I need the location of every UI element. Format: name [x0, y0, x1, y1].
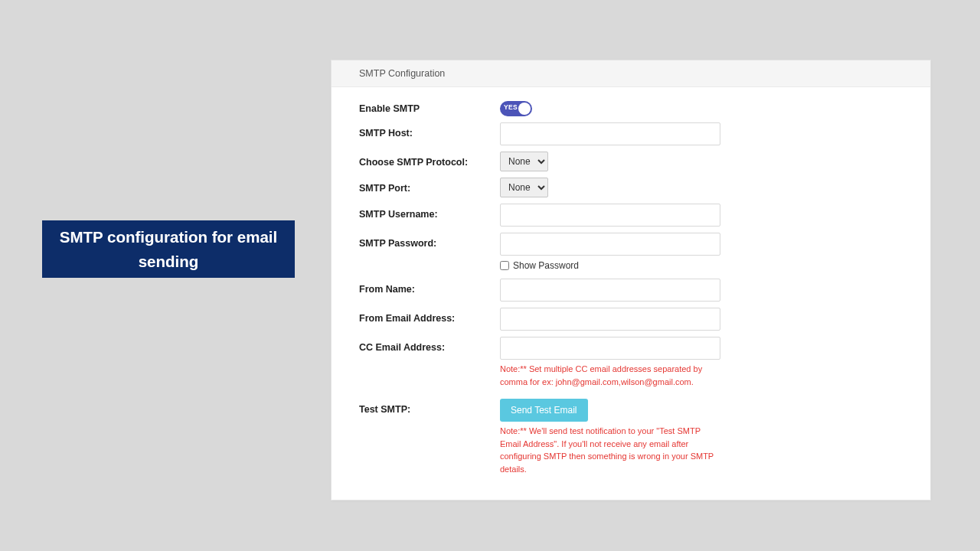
from-name-input[interactable] [500, 279, 720, 302]
label-from-name: From Name: [359, 279, 500, 295]
row-smtp-username: SMTP Username: [359, 204, 903, 227]
smtp-password-input[interactable] [500, 233, 720, 256]
cc-email-input[interactable] [500, 337, 720, 360]
label-test-smtp: Test SMTP: [359, 399, 500, 415]
toggle-text: YES [504, 103, 518, 111]
row-from-name: From Name: [359, 279, 903, 302]
row-smtp-protocol: Choose SMTP Protocol: None [359, 152, 903, 171]
card-body: Enable SMTP YES SMTP Host: Choose SMTP P… [332, 87, 930, 500]
enable-smtp-toggle[interactable]: YES [500, 101, 532, 116]
label-smtp-protocol: Choose SMTP Protocol: [359, 152, 500, 168]
smtp-username-input[interactable] [500, 204, 720, 227]
label-smtp-host: SMTP Host: [359, 122, 500, 139]
show-password-label: Show Password [513, 260, 579, 271]
label-smtp-password: SMTP Password: [359, 233, 500, 249]
label-enable-smtp: Enable SMTP [359, 98, 500, 114]
smtp-host-input[interactable] [500, 122, 720, 145]
label-cc-email: CC Email Address: [359, 337, 500, 353]
info-banner: SMTP configuration for email sending [42, 220, 295, 278]
test-smtp-note: Note:** We'll send test notification to … [500, 425, 724, 475]
card-header: SMTP Configuration [332, 60, 930, 87]
card-header-title: SMTP Configuration [359, 68, 445, 79]
row-from-email: From Email Address: [359, 308, 903, 331]
label-smtp-port: SMTP Port: [359, 178, 500, 194]
banner-title: SMTP configuration for email sending [50, 225, 287, 274]
row-enable-smtp: Enable SMTP YES [359, 98, 903, 116]
page-root: SMTP configuration for email sending SMT… [0, 0, 980, 551]
smtp-protocol-select[interactable]: None [500, 152, 548, 171]
send-test-email-button-label: Send Test Email [511, 405, 577, 416]
show-password-checkbox[interactable] [500, 261, 509, 270]
row-cc-email: CC Email Address: Note:** Set multiple C… [359, 337, 903, 388]
smtp-config-card: SMTP Configuration Enable SMTP YES SMTP … [331, 60, 931, 500]
row-smtp-port: SMTP Port: None [359, 178, 903, 197]
row-test-smtp: Test SMTP: Send Test Email Note:** We'll… [359, 399, 903, 475]
send-test-email-button[interactable]: Send Test Email [500, 399, 588, 422]
label-smtp-username: SMTP Username: [359, 204, 500, 220]
row-smtp-host: SMTP Host: [359, 122, 903, 145]
row-smtp-password: SMTP Password: Show Password [359, 233, 903, 271]
toggle-knob [518, 103, 531, 115]
show-password-row: Show Password [500, 260, 903, 271]
from-email-input[interactable] [500, 308, 720, 331]
cc-email-note: Note:** Set multiple CC email addresses … [500, 363, 724, 388]
label-from-email: From Email Address: [359, 308, 500, 324]
smtp-port-select[interactable]: None [500, 178, 548, 197]
